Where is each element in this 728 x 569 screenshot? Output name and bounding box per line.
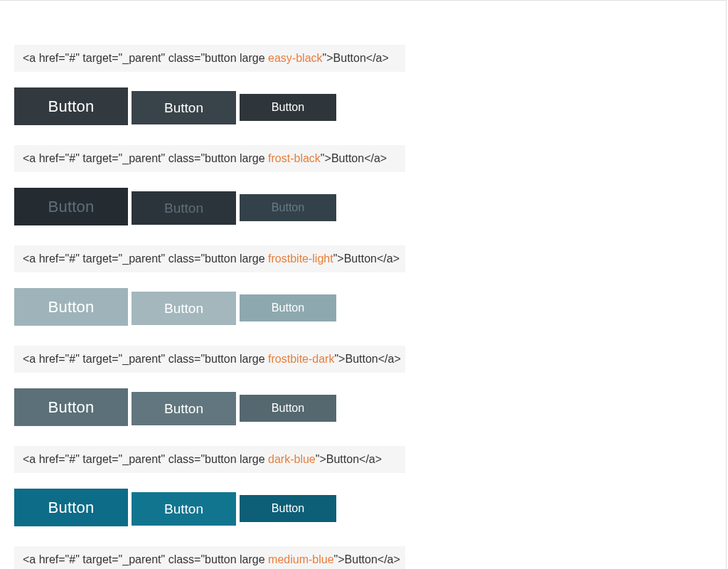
button-frostbite-light-medium[interactable]: Button	[132, 292, 236, 325]
button-frostbite-dark-large[interactable]: Button	[14, 388, 128, 426]
button-frost-black-small[interactable]: Button	[240, 194, 336, 221]
code-suffix: ">Button</a>	[316, 453, 382, 465]
button-easy-black-small[interactable]: Button	[240, 94, 336, 121]
code-snippet-frost-black: <a href="#" target="_parent" class="butt…	[14, 145, 405, 172]
code-prefix: <a href="#" target="_parent" class="butt…	[23, 553, 268, 565]
code-classname: easy-black	[268, 52, 322, 64]
button-row-frostbite-light: Button Button Button	[14, 288, 405, 326]
button-easy-black-large[interactable]: Button	[14, 87, 128, 125]
code-suffix: ">Button</a>	[333, 252, 400, 265]
code-classname: medium-blue	[268, 553, 333, 565]
button-frostbite-light-large[interactable]: Button	[14, 288, 128, 326]
code-suffix: ">Button</a>	[334, 553, 400, 565]
code-classname: frost-black	[268, 152, 321, 164]
content-column: <a href="#" target="_parent" class="butt…	[0, 1, 419, 569]
button-frostbite-light-small[interactable]: Button	[240, 294, 336, 321]
code-prefix: <a href="#" target="_parent" class="butt…	[23, 453, 268, 465]
button-frostbite-dark-small[interactable]: Button	[240, 395, 336, 422]
code-snippet-dark-blue: <a href="#" target="_parent" class="butt…	[14, 446, 405, 473]
code-suffix: ">Button</a>	[323, 52, 389, 64]
code-classname: dark-blue	[268, 453, 316, 465]
button-row-dark-blue: Button Button Button	[14, 489, 405, 526]
code-suffix: ">Button</a>	[321, 152, 387, 164]
button-dark-blue-large[interactable]: Button	[14, 489, 128, 526]
code-suffix: ">Button</a>	[334, 353, 400, 365]
code-prefix: <a href="#" target="_parent" class="butt…	[23, 353, 268, 365]
code-snippet-frostbite-dark: <a href="#" target="_parent" class="butt…	[14, 346, 405, 373]
button-row-frostbite-dark: Button Button Button	[14, 388, 405, 426]
code-prefix: <a href="#" target="_parent" class="butt…	[23, 252, 268, 265]
code-snippet-frostbite-light: <a href="#" target="_parent" class="butt…	[14, 245, 405, 272]
code-classname: frostbite-light	[268, 252, 333, 265]
code-classname: frostbite-dark	[268, 353, 334, 365]
code-snippet-easy-black: <a href="#" target="_parent" class="butt…	[14, 45, 405, 72]
button-row-easy-black: Button Button Button	[14, 87, 405, 125]
button-easy-black-medium[interactable]: Button	[132, 91, 236, 124]
button-dark-blue-small[interactable]: Button	[240, 495, 336, 522]
code-prefix: <a href="#" target="_parent" class="butt…	[23, 152, 268, 164]
code-prefix: <a href="#" target="_parent" class="butt…	[23, 52, 268, 64]
button-frost-black-large[interactable]: Button	[14, 188, 128, 225]
code-snippet-medium-blue: <a href="#" target="_parent" class="butt…	[14, 546, 405, 569]
button-row-frost-black: Button Button Button	[14, 188, 405, 225]
page-frame: <a href="#" target="_parent" class="butt…	[0, 0, 727, 569]
button-frost-black-medium[interactable]: Button	[132, 191, 236, 225]
button-dark-blue-medium[interactable]: Button	[132, 492, 236, 526]
button-frostbite-dark-medium[interactable]: Button	[132, 392, 236, 425]
